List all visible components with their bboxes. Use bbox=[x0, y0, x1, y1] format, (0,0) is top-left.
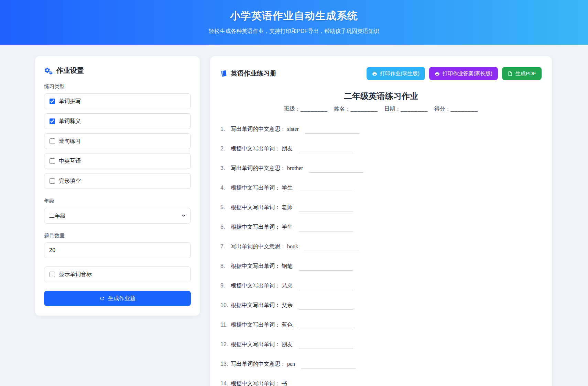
exercise-type-option[interactable]: 单词拼写 bbox=[44, 93, 191, 109]
grade-label: 年级 bbox=[44, 198, 191, 204]
exercise-type-label: 中英互译 bbox=[59, 158, 81, 165]
question-row: 1.写出单词的中文意思：sister bbox=[220, 125, 542, 134]
answer-blank bbox=[293, 382, 348, 386]
answer-blank bbox=[304, 245, 359, 251]
printer-icon bbox=[435, 71, 440, 76]
question-number: 13. bbox=[220, 360, 231, 368]
question-word: 学生 bbox=[282, 185, 293, 191]
generate-questions-button[interactable]: 生成作业题 bbox=[44, 291, 191, 306]
question-word: 学生 bbox=[282, 224, 293, 230]
panel-title-row: 英语作业练习册 bbox=[220, 69, 276, 78]
phonetic-checkbox[interactable] bbox=[50, 272, 55, 277]
answer-blank bbox=[299, 343, 353, 349]
print-parent-button[interactable]: 打印作业答案(家长版) bbox=[429, 67, 498, 80]
meta-item: 姓名：________ bbox=[334, 106, 378, 112]
answer-blank bbox=[299, 323, 353, 329]
question-number: 9. bbox=[220, 282, 231, 290]
meta-item: 得分：________ bbox=[434, 106, 478, 112]
question-word: brother bbox=[287, 165, 303, 171]
meta-blank: ________ bbox=[451, 106, 478, 112]
meta-blank: ________ bbox=[351, 106, 378, 112]
question-text: 根据中文写出单词： bbox=[231, 146, 280, 151]
book-icon bbox=[220, 70, 227, 77]
exercise-type-label: 造句练习 bbox=[59, 138, 81, 145]
generate-questions-label: 生成作业题 bbox=[108, 295, 135, 302]
meta-label: 日期： bbox=[384, 106, 401, 112]
exercise-type-list: 单词拼写 单词释义 造句练习 中英互译 完形填空 bbox=[44, 93, 191, 189]
exercise-type-label: 单词释义 bbox=[59, 118, 81, 125]
exercise-type-checkbox[interactable] bbox=[50, 138, 55, 144]
question-number: 11. bbox=[220, 321, 231, 329]
question-word: 父亲 bbox=[282, 302, 293, 308]
exercise-type-option[interactable]: 造句练习 bbox=[44, 133, 191, 149]
worksheet-panel: 英语作业练习册 打印作业(学生版) 打印作业答案(家长版) bbox=[210, 56, 552, 386]
question-row: 6.根据中文写出单词：学生 bbox=[220, 223, 542, 231]
refresh-icon bbox=[99, 296, 105, 301]
answer-blank bbox=[301, 362, 356, 368]
page: 小学英语作业自动生成系统 轻松生成各种英语作业，支持打印和PDF导出，帮助孩子巩… bbox=[0, 0, 588, 386]
exercise-type-checkbox[interactable] bbox=[50, 158, 55, 164]
exercise-type-checkbox[interactable] bbox=[50, 118, 55, 124]
question-number: 4. bbox=[220, 184, 231, 192]
phonetic-option[interactable]: 显示单词音标 bbox=[44, 266, 191, 282]
question-number: 3. bbox=[220, 164, 231, 172]
exercise-type-label: 练习类型 bbox=[44, 83, 191, 90]
question-number: 14. bbox=[220, 379, 231, 386]
exercise-type-checkbox[interactable] bbox=[50, 178, 55, 184]
question-number: 5. bbox=[220, 203, 231, 212]
question-text: 根据中文写出单词： bbox=[231, 263, 280, 269]
print-student-button[interactable]: 打印作业(学生版) bbox=[367, 67, 425, 80]
question-number: 6. bbox=[220, 223, 231, 231]
question-text: 根据中文写出单词： bbox=[231, 204, 280, 210]
question-text: 根据中文写出单词： bbox=[231, 283, 280, 288]
answer-blank bbox=[299, 186, 353, 192]
question-word: 朋友 bbox=[282, 146, 293, 151]
pdf-file-icon bbox=[508, 71, 513, 76]
gears-icon bbox=[44, 67, 53, 75]
worksheet-meta: 班级：________ 姓名：________ 日期：________ 得分：_… bbox=[220, 105, 542, 113]
question-text: 根据中文写出单词： bbox=[231, 381, 280, 386]
question-word: sister bbox=[287, 126, 299, 132]
question-row: 14.根据中文写出单词：书 bbox=[220, 379, 542, 386]
question-row: 7.写出单词的中文意思：book bbox=[220, 242, 542, 251]
content: 作业设置 练习类型 单词拼写 单词释义 造句练习 中英互译 完形填空 年级 二年… bbox=[0, 45, 588, 386]
meta-blank: ________ bbox=[301, 106, 328, 112]
settings-title: 作业设置 bbox=[56, 66, 84, 75]
question-word: 朋友 bbox=[282, 341, 293, 347]
grade-select[interactable]: 二年级 bbox=[44, 208, 191, 224]
question-word: 老师 bbox=[282, 204, 293, 210]
question-text: 写出单词的中文意思： bbox=[231, 126, 286, 132]
app-subtitle: 轻松生成各种英语作业，支持打印和PDF导出，帮助孩子巩固英语知识 bbox=[0, 28, 588, 35]
answer-blank bbox=[309, 167, 363, 173]
question-count-input[interactable] bbox=[44, 242, 191, 258]
question-word: 钢笔 bbox=[282, 263, 293, 269]
app-title: 小学英语作业自动生成系统 bbox=[0, 9, 588, 23]
question-row: 9.根据中文写出单词：兄弟 bbox=[220, 282, 542, 290]
settings-title-row: 作业设置 bbox=[44, 66, 191, 75]
exercise-type-checkbox[interactable] bbox=[50, 99, 55, 104]
question-word: 兄弟 bbox=[282, 283, 293, 288]
question-row: 11.根据中文写出单词：蓝色 bbox=[220, 321, 542, 329]
printer-icon bbox=[372, 71, 377, 76]
answer-blank bbox=[299, 225, 353, 231]
panel-title: 英语作业练习册 bbox=[231, 69, 276, 78]
question-row: 13.写出单词的中文意思：pen bbox=[220, 360, 542, 368]
exercise-type-option[interactable]: 单词释义 bbox=[44, 113, 191, 129]
generate-pdf-button[interactable]: 生成PDF bbox=[502, 67, 542, 80]
worksheet-panel-head: 英语作业练习册 打印作业(学生版) 打印作业答案(家长版) bbox=[220, 67, 542, 80]
question-row: 3.写出单词的中文意思：brother bbox=[220, 164, 542, 173]
exercise-type-option[interactable]: 中英互译 bbox=[44, 153, 191, 169]
generate-pdf-label: 生成PDF bbox=[515, 70, 536, 77]
exercise-type-option[interactable]: 完形填空 bbox=[44, 173, 191, 189]
question-number: 10. bbox=[220, 301, 231, 309]
action-buttons: 打印作业(学生版) 打印作业答案(家长版) 生成PDF bbox=[367, 67, 542, 80]
answer-blank bbox=[299, 206, 353, 212]
answer-blank bbox=[299, 284, 353, 290]
question-text: 写出单词的中文意思： bbox=[231, 165, 286, 171]
question-text: 根据中文写出单词： bbox=[231, 322, 280, 328]
question-row: 5.根据中文写出单词：老师 bbox=[220, 203, 542, 212]
answer-blank bbox=[299, 264, 353, 271]
exercise-type-label: 单词拼写 bbox=[59, 98, 81, 105]
question-word: book bbox=[287, 243, 298, 249]
question-count-label: 题目数量 bbox=[44, 232, 191, 239]
